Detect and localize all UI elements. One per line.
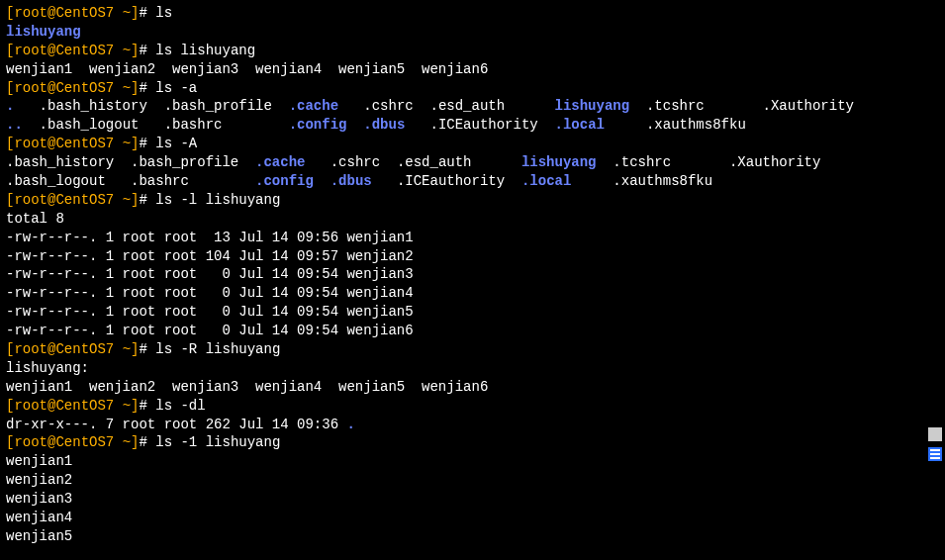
cmd-ls-1: ls -1 lishuyang: [155, 434, 280, 450]
prompt-line[interactable]: [root@CentOS7 ~]# ls -1 lishuyang: [6, 433, 939, 452]
dot-dir: .: [346, 417, 354, 432]
cache-dir: .cache: [289, 98, 338, 114]
cmd-ls-a: ls -a: [155, 80, 197, 96]
lsR-header: lishuyang:: [6, 359, 939, 378]
cmd-ls-l: ls -l lishuyang: [155, 192, 280, 208]
user: root: [14, 5, 47, 21]
ls-A-row1: .bash_history .bash_profile .cache .cshr…: [6, 153, 939, 172]
list-item: -rw-r--r--. 1 root root 13 Jul 14 09:56 …: [6, 229, 939, 247]
menu-icon[interactable]: [928, 447, 942, 461]
prompt-line[interactable]: [root@CentOS7 ~]# ls -a: [6, 79, 939, 98]
lsdl-row: dr-xr-x---. 7 root root 262 Jul 14 09:36…: [6, 416, 939, 434]
list-item: -rw-r--r--. 1 root root 0 Jul 14 09:54 w…: [6, 265, 939, 284]
dbus-dir: .dbus: [363, 117, 405, 133]
prompt-line[interactable]: [root@CentOS7 ~]# ls -l lishuyang: [6, 191, 939, 210]
list-item: wenjian3: [6, 490, 939, 509]
prompt-line[interactable]: [root@CentOS7 ~]# ls: [6, 4, 939, 23]
list-item: -rw-r--r--. 1 root root 0 Jul 14 09:54 w…: [6, 284, 939, 303]
list-item: wenjian2: [6, 471, 939, 490]
ls-output-row: wenjian1 wenjian2 wenjian3 wenjian4 wenj…: [6, 378, 939, 397]
prompt-line[interactable]: [root@CentOS7 ~]# ls -R lishuyang: [6, 340, 939, 359]
hash: #: [139, 5, 155, 21]
list-item: wenjian4: [6, 509, 939, 527]
ls-output-row: wenjian1 wenjian2 wenjian3 wenjian4 wenj…: [6, 60, 939, 79]
list-item: wenjian5: [6, 527, 939, 546]
dotdot-dir: ..: [6, 117, 23, 133]
local-dir: .local: [555, 117, 605, 133]
scroll-thumb-icon[interactable]: [928, 427, 942, 441]
list-item: -rw-r--r--. 1 root root 104 Jul 14 09:57…: [6, 247, 939, 266]
cmd-ls: ls: [155, 5, 172, 21]
config-dir: .config: [289, 117, 347, 133]
total-line: total 8: [6, 210, 939, 229]
cmd-ls-dl: ls -dl: [155, 398, 205, 414]
path: ~: [114, 5, 131, 21]
dir-lishuyang: lishuyang: [6, 24, 81, 40]
lishuyang-dir: lishuyang: [555, 98, 630, 114]
cmd-ls-A: ls -A: [155, 136, 197, 151]
ls-a-row1: . .bash_history .bash_profile .cache .cs…: [6, 97, 939, 116]
terminal-output: [root@CentOS7 ~]# ls lishuyang [root@Cen…: [6, 4, 939, 546]
list-item: wenjian1: [6, 452, 939, 471]
cmd-ls-lishuyang: ls lishuyang: [155, 43, 255, 58]
cmd-ls-R: ls -R lishuyang: [155, 341, 280, 357]
prompt-line[interactable]: [root@CentOS7 ~]# ls lishuyang: [6, 42, 939, 60]
list-item: -rw-r--r--. 1 root root 0 Jul 14 09:54 w…: [6, 303, 939, 322]
prompt-line[interactable]: [root@CentOS7 ~]# ls -A: [6, 135, 939, 153]
list-item: -rw-r--r--. 1 root root 0 Jul 14 09:54 w…: [6, 322, 939, 340]
ls-a-row2: .. .bash_logout .bashrc .config .dbus .I…: [6, 116, 939, 135]
prompt-line[interactable]: [root@CentOS7 ~]# ls -dl: [6, 397, 939, 416]
ls-A-row2: .bash_logout .bashrc .config .dbus .ICEa…: [6, 172, 939, 191]
scrollbar[interactable]: [928, 427, 942, 461]
host: CentOS7: [55, 5, 114, 21]
